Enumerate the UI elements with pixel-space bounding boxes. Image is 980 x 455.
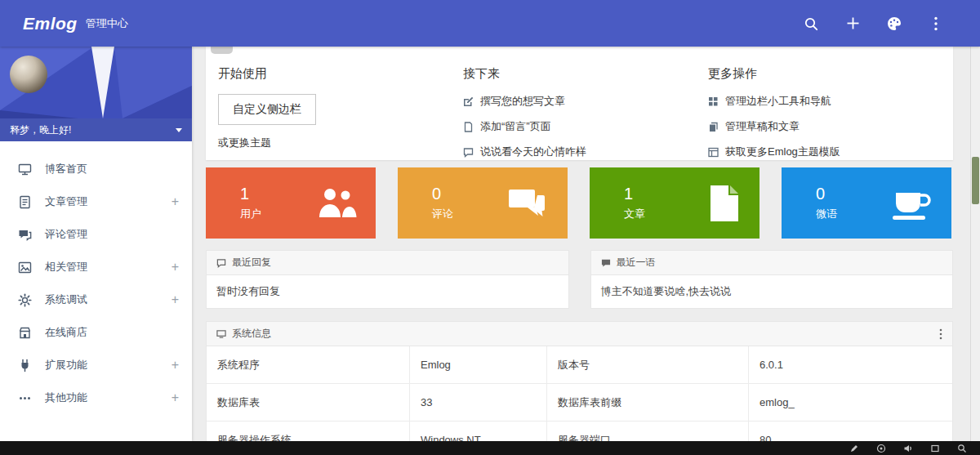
table-row: 服务器操作系统 Windows NT 服务器端口 80	[207, 422, 952, 441]
user-avatar[interactable]	[10, 56, 47, 93]
expand-icon[interactable]: +	[172, 358, 179, 372]
change-theme-link[interactable]: 或更换主题	[218, 136, 463, 150]
sidebar-item-label: 系统调试	[45, 292, 87, 307]
stat-value: 1	[240, 185, 261, 203]
clipped-element	[211, 47, 233, 54]
sidebar-item-comments[interactable]: 评论管理	[0, 218, 192, 251]
grid-icon	[708, 96, 719, 107]
theme-palette-icon[interactable]	[884, 14, 904, 33]
expand-icon[interactable]: +	[172, 260, 179, 274]
add-page-link[interactable]: 添加“留言”页面	[463, 119, 708, 134]
cup-icon	[891, 185, 933, 222]
sidebar: 释梦，晚上好! 博客首页 文章管理 + 评论管理 相关管	[0, 47, 192, 441]
customize-sidebar-button[interactable]: 自定义侧边栏	[218, 94, 316, 125]
stat-card-articles[interactable]: 1 文章	[590, 167, 760, 239]
section-title: 开始使用	[218, 66, 463, 82]
sidebar-item-extensions[interactable]: 扩展功能 +	[0, 349, 192, 381]
cell-label: 系统程序	[207, 346, 409, 383]
sidebar-item-store[interactable]: 在线商店	[0, 316, 192, 349]
stat-card-comments[interactable]: 0 评论	[398, 167, 568, 239]
section-title: 更多操作	[708, 66, 953, 82]
document-icon	[18, 195, 32, 209]
drafts-icon	[708, 122, 719, 132]
badge-icon[interactable]	[876, 444, 886, 453]
scrollbar-thumb[interactable]	[972, 157, 979, 204]
system-info-header: 系统信息	[206, 321, 953, 346]
chat-icon	[463, 147, 474, 158]
stat-cards: 1 用户 0 评论 1 文章	[206, 167, 953, 239]
pen-icon[interactable]	[849, 444, 859, 453]
table-row: 数据库表 33 数据库表前缀 emlog_	[207, 384, 952, 422]
vertical-scrollbar[interactable]	[970, 47, 980, 441]
sidebar-menu: 博客首页 文章管理 + 评论管理 相关管理 + 系统调试	[0, 141, 192, 414]
quickstart-next-column: 接下来 撰写您的想写文章 添加“留言”页面 说说看今天的心情咋样	[463, 66, 708, 160]
emlog-logo[interactable]: Emlog	[23, 14, 78, 33]
more-menu-icon[interactable]	[926, 14, 946, 33]
add-icon[interactable]	[843, 14, 862, 33]
stat-value: 0	[816, 185, 837, 203]
panel-title: 最近回复	[232, 256, 271, 270]
section-title: 系统信息	[232, 327, 271, 341]
image-icon	[18, 261, 32, 274]
expand-icon[interactable]: +	[172, 194, 179, 209]
monitor-icon	[18, 163, 32, 176]
cell-value: Emlog	[409, 346, 546, 383]
expand-icon[interactable]: +	[172, 390, 179, 405]
article-icon	[706, 184, 742, 223]
users-icon	[315, 185, 358, 222]
cell-value: emlog_	[748, 384, 952, 421]
admin-center-title: 管理中心	[86, 16, 128, 31]
sidebar-item-related[interactable]: 相关管理 +	[0, 251, 192, 283]
comments-icon	[506, 185, 550, 222]
sidebar-item-system-debug[interactable]: 系统调试 +	[0, 283, 192, 316]
manage-widgets-link[interactable]: 管理边栏小工具和导航	[708, 94, 953, 109]
plugin-icon	[18, 359, 32, 372]
stat-card-microposts[interactable]: 0 微语	[782, 167, 951, 239]
write-article-link[interactable]: 撰写您的想写文章	[463, 94, 708, 109]
cell-value: Windows NT	[409, 422, 546, 441]
cell-value: 33	[409, 384, 546, 421]
cell-label: 数据库表	[207, 384, 409, 421]
sidebar-item-blog-home[interactable]: 博客首页	[0, 153, 192, 185]
comments-icon	[18, 228, 32, 242]
manage-drafts-link[interactable]: 管理草稿和文章	[708, 119, 953, 134]
sidebar-item-label: 其他功能	[45, 390, 87, 405]
panel-title: 最近一语	[617, 256, 656, 270]
greeting-bar[interactable]: 释梦，晚上好!	[0, 118, 192, 141]
sidebar-item-articles[interactable]: 文章管理 +	[0, 185, 192, 218]
panel-header: 最近一语	[590, 250, 954, 275]
speaker-icon[interactable]	[903, 444, 913, 453]
magnifier-icon[interactable]	[957, 444, 967, 453]
top-navbar: Emlog 管理中心	[0, 0, 980, 47]
greeting-text: 释梦，晚上好!	[10, 123, 71, 137]
get-themes-link[interactable]: 获取更多Emlog主题模版	[708, 145, 953, 159]
section-title: 接下来	[463, 66, 708, 82]
chevron-down-icon	[176, 128, 182, 132]
stat-label: 微语	[816, 207, 837, 221]
stat-label: 文章	[624, 207, 645, 221]
quickstart-more-column: 更多操作 管理边栏小工具和导航 管理草稿和文章 获取更多Emlog主题模版	[708, 66, 953, 160]
table-row: 系统程序 Emlog 版本号 6.0.1	[207, 346, 952, 384]
stat-card-users[interactable]: 1 用户	[206, 167, 376, 239]
dots-icon	[18, 391, 32, 405]
profile-banner	[0, 47, 192, 118]
sidebar-item-label: 文章管理	[45, 194, 87, 209]
expand-icon[interactable]: +	[172, 292, 179, 307]
compose-icon	[463, 96, 474, 107]
post-mood-link[interactable]: 说说看今天的心情咋样	[463, 145, 708, 159]
recent-replies-panel: 最近回复 暂时没有回复	[206, 250, 569, 309]
system-info-section: 系统信息 系统程序 Emlog 版本号 6.0.1 数据库表 33 数据库表前缀…	[206, 321, 953, 441]
system-icon	[216, 329, 226, 339]
quickstart-card: 开始使用 自定义侧边栏 或更换主题 接下来 撰写您的想写文章 添加“留言”页面 …	[206, 47, 953, 160]
cell-label: 数据库表前缀	[546, 384, 748, 421]
panel-body: 博主不知道要说啥,快去说说	[590, 275, 954, 309]
page-icon	[463, 122, 474, 132]
sidebar-item-label: 相关管理	[45, 260, 87, 274]
speech-icon	[601, 258, 611, 268]
cell-label: 服务器端口	[546, 422, 748, 441]
search-icon[interactable]	[801, 14, 821, 33]
sidebar-item-label: 评论管理	[45, 227, 87, 242]
sidebar-item-other[interactable]: 其他功能 +	[0, 381, 192, 414]
window-icon[interactable]	[930, 444, 940, 453]
panel-more-icon[interactable]	[939, 328, 942, 340]
